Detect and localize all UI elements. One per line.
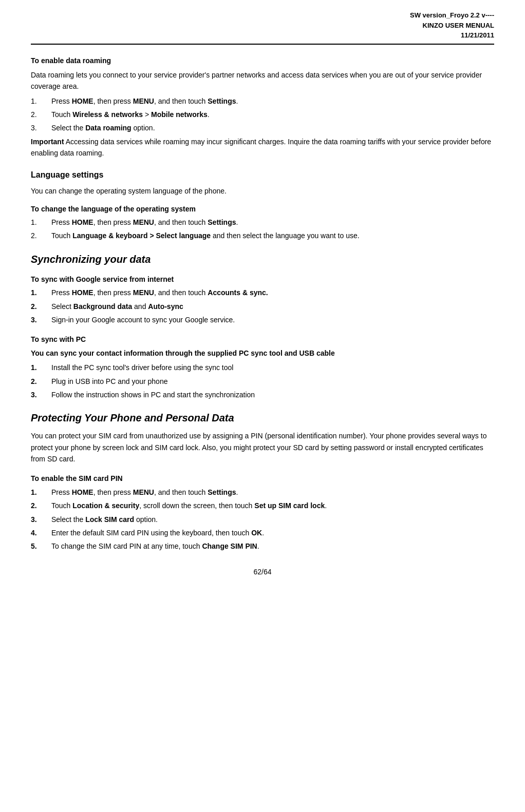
sync-step-1: 1. Press HOME, then press MENU, and then…	[31, 287, 494, 298]
sim-pin-step-5: 5. To change the SIM card PIN at any tim…	[31, 540, 494, 552]
sim-pin-subtitle: To enable the SIM card PIN	[31, 473, 494, 484]
protecting-intro: You can protect your SIM card from unaut…	[31, 430, 494, 465]
language-settings-title: Language settings	[31, 168, 494, 182]
protecting-section: Protecting Your Phone and Personal Data …	[31, 410, 494, 552]
sync-pc-subtitle: To sync with PC	[31, 334, 494, 345]
lang-step-1: 1. Press HOME, then press MENU, and then…	[31, 217, 494, 228]
sim-pin-step-1: 1. Press HOME, then press MENU, and then…	[31, 487, 494, 498]
header-line3: 11/21/2011	[31, 30, 494, 41]
language-settings-steps: 1. Press HOME, then press MENU, and then…	[31, 217, 494, 242]
enable-data-roaming-section: To enable data roaming Data roaming lets…	[31, 55, 494, 159]
synchronizing-title: Synchronizing your data	[31, 251, 494, 267]
language-settings-subtitle: To change the language of the operating …	[31, 203, 494, 215]
sync-pc-step-3: 3. Follow the instruction shows in PC an…	[31, 389, 494, 400]
sync-pc-step-1: 1. Install the PC sync tool's driver bef…	[31, 362, 494, 373]
sync-pc-steps: 1. Install the PC sync tool's driver bef…	[31, 362, 494, 400]
header-line2: KINZO USER MENUAL	[31, 21, 494, 31]
sync-pc-bold-subtitle: You can sync your contact information th…	[31, 347, 494, 359]
step-1-home-menu-settings: 1. Press HOME, then press MENU, and then…	[31, 95, 494, 107]
sim-pin-step-4: 4. Enter the default SIM card PIN using …	[31, 527, 494, 538]
sim-pin-block: To enable the SIM card PIN 1. Press HOME…	[31, 473, 494, 552]
header-line1: SW version_Froyo 2.2 v----	[31, 10, 494, 21]
step-3-data-roaming: 3. Select the Data roaming option.	[31, 122, 494, 133]
sim-pin-step-3: 3. Select the Lock SIM card option.	[31, 514, 494, 525]
lang-step-2: 2. Touch Language & keyboard > Select la…	[31, 230, 494, 241]
sync-google-steps: 1. Press HOME, then press MENU, and then…	[31, 287, 494, 325]
sim-pin-steps: 1. Press HOME, then press MENU, and then…	[31, 487, 494, 552]
step-2-wireless-networks: 2. Touch Wireless & networks > Mobile ne…	[31, 109, 494, 120]
enable-data-roaming-intro: Data roaming lets you connect to your se…	[31, 69, 494, 92]
sync-step-2: 2. Select Background data and Auto-sync	[31, 301, 494, 312]
language-settings-section: Language settings You can change the ope…	[31, 168, 494, 242]
protecting-title: Protecting Your Phone and Personal Data	[31, 410, 494, 426]
sync-pc-block: To sync with PC You can sync your contac…	[31, 334, 494, 400]
synchronizing-section: Synchronizing your data To sync with Goo…	[31, 251, 494, 401]
enable-data-roaming-title: To enable data roaming	[31, 55, 494, 66]
sync-google-subtitle: To sync with Google service from interne…	[31, 274, 494, 285]
sim-pin-step-2: 2. Touch Location & security, scroll dow…	[31, 500, 494, 511]
important-note: Important Accessing data services while …	[31, 136, 494, 159]
page-number: 62/64	[31, 568, 494, 576]
sync-pc-step-2: 2. Plug in USB into PC and your phone	[31, 376, 494, 387]
enable-data-roaming-steps: 1. Press HOME, then press MENU, and then…	[31, 95, 494, 134]
sync-step-3: 3. Sign-in your Google account to sync y…	[31, 314, 494, 325]
language-settings-intro: You can change the operating system lang…	[31, 185, 494, 197]
page-header: SW version_Froyo 2.2 v---- KINZO USER ME…	[31, 10, 494, 45]
